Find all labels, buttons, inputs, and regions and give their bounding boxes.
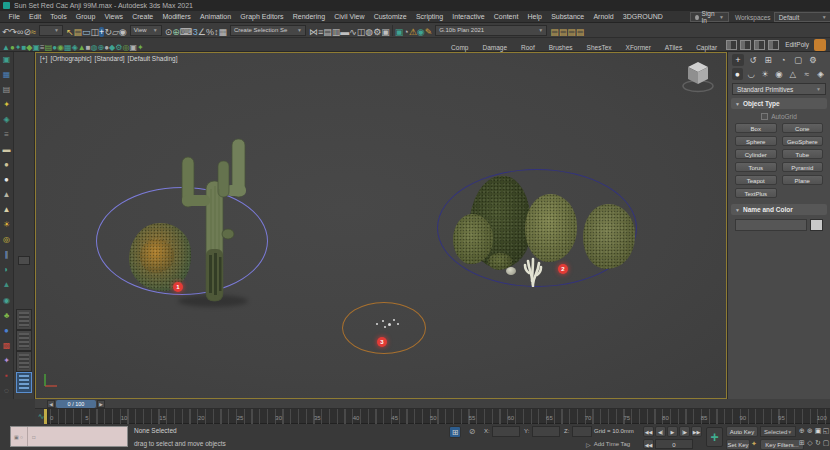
primitive-button[interactable]: Box <box>735 123 777 133</box>
current-frame-field[interactable]: 0 <box>655 439 693 449</box>
menu-item[interactable]: Help <box>523 13 547 20</box>
viewcube[interactable] <box>678 56 718 96</box>
leftbar-tool-icon[interactable]: ◗ <box>1 264 13 276</box>
menu-item[interactable]: Substance <box>547 13 589 20</box>
viewport-layout-icon[interactable] <box>768 40 779 50</box>
cactus-model[interactable] <box>176 131 254 303</box>
menu-item[interactable]: File <box>4 13 24 20</box>
autogrid-checkbox[interactable] <box>761 113 768 120</box>
script-tool-icon[interactable]: ▣ <box>32 43 40 52</box>
white-cactus-model[interactable] <box>520 251 546 287</box>
menu-item[interactable]: Civil View <box>330 13 369 20</box>
script-tool-icon[interactable]: ▣ <box>129 43 137 52</box>
viewport-label-part[interactable]: [Orthographic] <box>50 55 91 62</box>
leftbar-tool-icon[interactable]: ▣ <box>1 54 13 66</box>
curve-editor-icon[interactable]: ∿ <box>349 27 357 37</box>
time-slider[interactable]: ◀ 0 / 100 ▶ <box>35 399 830 409</box>
menu-item[interactable]: Group <box>71 13 100 20</box>
primitive-button[interactable]: Torus <box>735 162 777 172</box>
utilities-tab-icon[interactable]: ⚙ <box>807 54 819 66</box>
edit-named-selection-sets-icon[interactable]: ▦ <box>218 27 227 37</box>
render-setup-icon[interactable]: ⚙ <box>373 27 381 37</box>
rendered-frame-icon[interactable]: ▣ <box>381 27 390 37</box>
field-of-view-icon[interactable]: ◇ <box>806 437 814 449</box>
schematic-view-icon[interactable]: ◫ <box>357 27 366 37</box>
leftbar-tool-icon[interactable]: ▲ <box>1 204 13 216</box>
leftbar-tool-icon[interactable]: ♣ <box>1 310 13 322</box>
leftbar-tool-icon[interactable]: ☀ <box>1 219 13 231</box>
primitive-button[interactable]: GeoSphere <box>782 136 824 146</box>
cameras-category-icon[interactable]: ◉ <box>774 68 785 80</box>
motion-tab-icon[interactable]: ◔ <box>777 54 789 66</box>
render-flyout-icon[interactable]: ▣ <box>395 27 404 37</box>
pebble-object[interactable] <box>397 323 399 325</box>
script-button[interactable]: Capitar <box>689 44 724 51</box>
primitive-button[interactable]: Plane <box>782 175 824 185</box>
select-and-manipulate-icon[interactable]: ⊕ <box>172 27 180 37</box>
set-key-button[interactable]: Set Key <box>726 439 750 450</box>
menu-item[interactable]: Edit <box>24 13 45 20</box>
absolute-offset-toggle[interactable]: ⊞ <box>449 426 461 438</box>
menu-item[interactable]: Customize <box>369 13 411 20</box>
key-mode-dropdown[interactable]: Selected▼ <box>760 426 796 437</box>
viewport[interactable]: [+][Orthographic][Standard][Default Shad… <box>35 52 727 399</box>
reference-coordinate-dropdown[interactable]: View▼ <box>130 25 162 36</box>
leftbar-tool-icon[interactable]: ▲ <box>1 279 13 291</box>
primitive-button[interactable]: Tube <box>782 149 824 159</box>
render-production-icon[interactable]: ◉ <box>417 27 425 37</box>
keyboard-override-icon[interactable]: ⌨ <box>180 27 193 37</box>
primitive-button[interactable]: Cylinder <box>735 149 777 159</box>
lights-category-icon[interactable]: ☀ <box>760 68 771 80</box>
workspace-dropdown[interactable]: Default ▼ <box>774 12 830 22</box>
leftbar-tool-icon[interactable]: ✦ <box>1 99 13 111</box>
primitive-button[interactable]: Pyramid <box>782 162 824 172</box>
layout-tabs-button[interactable] <box>18 256 30 265</box>
script-tool-icon[interactable]: ✦ <box>137 43 144 52</box>
script-button[interactable]: Roof <box>514 44 542 51</box>
plan-preset-dropdown[interactable]: G.10b Plan 2021▼ <box>435 25 547 36</box>
zoom-all-icon[interactable]: ⊛ <box>806 425 814 437</box>
menu-item[interactable]: Graph Editors <box>236 13 288 20</box>
leftbar-tool-icon[interactable]: ● <box>1 174 13 186</box>
pebble-object[interactable] <box>384 326 386 328</box>
spacewarps-category-icon[interactable]: ≈ <box>801 68 812 80</box>
script-button[interactable]: ATiles <box>658 44 689 51</box>
previous-frame-arrow[interactable]: ◀ <box>47 400 55 408</box>
create-tab-icon[interactable]: + <box>732 54 744 66</box>
maxscript-mini-listener[interactable]: ▣ ○ □ <box>10 426 128 447</box>
object-color-swatch[interactable] <box>810 219 823 231</box>
zoom-icon[interactable]: ⊕ <box>798 425 806 437</box>
menu-item[interactable]: Views <box>100 13 128 20</box>
script-button[interactable]: Brushes <box>542 44 580 51</box>
menu-item[interactable]: Scripting <box>411 13 447 20</box>
render-warning-icon[interactable]: ⚠ <box>409 27 417 37</box>
script-button[interactable]: ShesTex <box>580 44 619 51</box>
leftbar-tool-icon[interactable]: ▦ <box>1 69 13 81</box>
viewport-label-part[interactable]: [Default Shading] <box>128 55 178 62</box>
script-button[interactable]: XFormer <box>619 44 658 51</box>
primitive-button[interactable]: Sphere <box>735 136 777 146</box>
script-tool-icon[interactable]: ▲ <box>78 43 86 52</box>
leftbar-tool-icon[interactable]: ▩ <box>1 340 13 352</box>
display-tab-icon[interactable]: ▢ <box>792 54 804 66</box>
z-field[interactable] <box>572 426 592 437</box>
pebble-object[interactable] <box>388 323 391 326</box>
shapes-category-icon[interactable]: ◡ <box>746 68 757 80</box>
menu-item[interactable]: Create <box>128 13 158 20</box>
current-frame-marker[interactable] <box>44 409 47 424</box>
script-button[interactable]: Damage <box>475 44 514 51</box>
layer-explorer-icon[interactable]: ▥ <box>332 27 341 37</box>
viewport-layout-icon[interactable] <box>740 40 751 50</box>
time-slider-handle[interactable]: 0 / 100 <box>56 400 96 408</box>
leftbar-tool-icon[interactable]: ▬ <box>1 144 13 156</box>
primitive-button[interactable]: TextPlus <box>735 188 777 198</box>
primitive-button[interactable]: Cone <box>782 123 824 133</box>
menu-item[interactable]: Content <box>489 13 523 20</box>
rock-model[interactable] <box>506 267 516 275</box>
viewport-label-part[interactable]: [Standard] <box>95 55 125 62</box>
menu-item[interactable]: 3DGROUND <box>618 13 667 20</box>
systems-category-icon[interactable]: ◈ <box>815 68 826 80</box>
script-tool-icon[interactable]: ▦ <box>64 43 72 52</box>
next-frame-icon[interactable]: |▶ <box>679 426 690 437</box>
selection-lock-toggle-icon[interactable]: ⊘ <box>466 426 478 438</box>
